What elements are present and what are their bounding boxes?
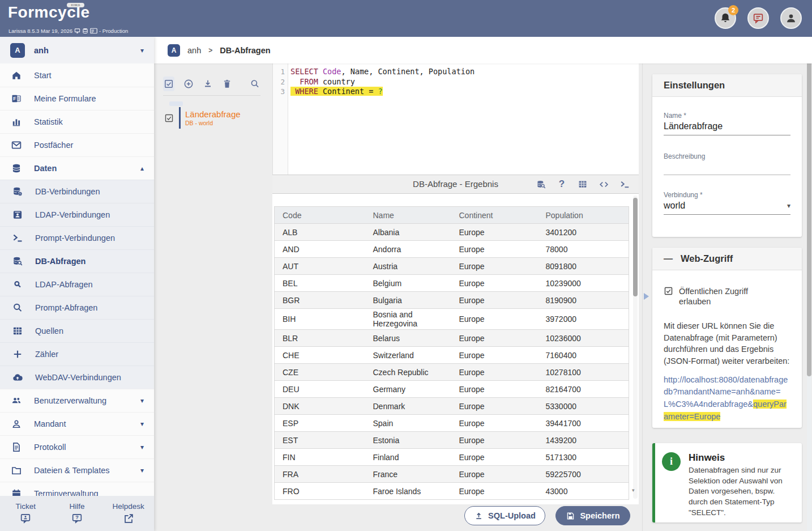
- svg-text:F: F: [13, 96, 16, 101]
- table-cell: Europe: [451, 275, 538, 292]
- search-list-button[interactable]: [249, 77, 260, 91]
- sidebar-item-label: Statistik: [34, 117, 144, 126]
- table-row[interactable]: CHESwitzerlandEurope7160400: [275, 347, 629, 364]
- sidebar-item-db-verbindungen[interactable]: DB-Verbindungen: [0, 180, 154, 203]
- table-row[interactable]: FINFinlandEurope5171300: [275, 449, 629, 466]
- table-cell: Denmark: [365, 398, 451, 415]
- hinweis-title: Hinweis: [689, 452, 794, 464]
- sidebar-item-ldap-abfragen[interactable]: LDAP-Abfragen: [0, 273, 154, 296]
- sidebar-item-ldap-verbindungen[interactable]: LDAP-Verbindungen: [0, 203, 154, 226]
- collapse-section-icon[interactable]: —: [664, 254, 673, 264]
- sql-editor[interactable]: 123 SELECT Code, Name, Continent, Popula…: [272, 63, 639, 175]
- add-query-button[interactable]: [182, 77, 194, 91]
- breadcrumb-page[interactable]: DB-Abfragen: [220, 46, 270, 55]
- console-icon[interactable]: [618, 178, 631, 190]
- hilfe-button[interactable]: Hilfe ?: [52, 496, 103, 531]
- table-row[interactable]: BIHBosnia and HerzegovinaEurope3972000: [275, 309, 629, 330]
- description-field[interactable]: [664, 160, 790, 175]
- help-icon: ?: [71, 512, 83, 525]
- upload-icon: [474, 511, 484, 521]
- table-row[interactable]: DNKDenmarkEurope5330000: [275, 398, 629, 415]
- connection-select[interactable]: world ▾: [664, 199, 790, 215]
- notifications-button[interactable]: 2: [715, 7, 736, 29]
- sidebar-item-benutzerverwaltung[interactable]: Benutzerverwaltung ▾: [0, 389, 154, 412]
- editor-gutter: 123: [273, 63, 288, 175]
- sidebar-item-statistik[interactable]: Statistik: [0, 110, 154, 133]
- feedback-button[interactable]: [747, 7, 769, 29]
- sidebar-item-label: DB-Verbindungen: [35, 187, 144, 196]
- breadcrumb-client[interactable]: anh: [187, 46, 201, 55]
- save-icon: [566, 511, 575, 521]
- table-row[interactable]: ANDAndorraEurope78000: [275, 241, 629, 258]
- download-button[interactable]: [202, 77, 213, 91]
- table-row[interactable]: CZECzech RepublicEurope10278100: [275, 364, 629, 381]
- save-button[interactable]: Speichern: [555, 506, 630, 525]
- sidebar-item-zaehler[interactable]: Zähler: [0, 342, 154, 366]
- help-result-icon[interactable]: ?: [555, 178, 568, 190]
- delete-button[interactable]: [221, 77, 233, 91]
- sidebar-item-webdav-verbindungen[interactable]: WebDAV-Verbindungen: [0, 366, 154, 389]
- table-view-icon[interactable]: [576, 178, 589, 190]
- table-scrollbar-thumb[interactable]: [633, 198, 638, 296]
- client-name: anh: [34, 46, 131, 55]
- table-cell: 8190900: [538, 292, 629, 309]
- table-row[interactable]: BGRBulgariaEurope8190900: [275, 292, 629, 309]
- list-item-checkbox[interactable]: [163, 113, 174, 123]
- sidebar-item-dateien-templates[interactable]: Dateien & Templates ▾: [0, 458, 154, 482]
- sidebar-item-start[interactable]: Start: [0, 63, 154, 87]
- ticket-button[interactable]: Ticket: [0, 496, 52, 531]
- column-header-continent[interactable]: Continent: [451, 207, 538, 224]
- sidebar-item-prompt-verbindungen[interactable]: Prompt-Verbindungen: [0, 226, 154, 249]
- client-selector[interactable]: A anh ▾: [0, 37, 154, 63]
- chevron-down-icon: ▾: [140, 46, 144, 54]
- table-cell: Europe: [451, 466, 538, 483]
- sidebar-item-protokoll[interactable]: Protokoll ▾: [0, 435, 154, 458]
- table-row[interactable]: ESTEstoniaEurope1439200: [275, 432, 629, 449]
- table-row[interactable]: BLRBelarusEurope10236000: [275, 330, 629, 347]
- column-header-name[interactable]: Name: [365, 207, 451, 224]
- query-list-item[interactable]: Länderabfrage DB - world: [163, 107, 263, 129]
- sidebar-item-meine-formulare[interactable]: F Meine Formulare: [0, 87, 154, 110]
- table-cell: ALB: [275, 224, 365, 241]
- table-row[interactable]: DEUGermanyEurope82164700: [275, 381, 629, 398]
- public-access-checkbox-row[interactable]: Öffentlichen Zugriff erlauben: [664, 286, 790, 307]
- table-row[interactable]: FROFaroe IslandsEurope43000: [275, 483, 629, 500]
- column-header-population[interactable]: Population: [538, 207, 629, 224]
- sql-upload-button[interactable]: SQL-Upload: [464, 506, 545, 525]
- helpdesk-button[interactable]: Helpdesk: [102, 496, 154, 531]
- table-row[interactable]: AUTAustriaEurope8091800: [275, 258, 629, 275]
- table-cell: 3401200: [538, 224, 629, 241]
- app-logo[interactable]: Formcycle XIMA: [8, 3, 90, 22]
- run-query-icon[interactable]: [535, 178, 547, 190]
- table-row[interactable]: FRAFranceEurope59225700: [275, 466, 629, 483]
- sidebar-item-postfaecher[interactable]: Postfächer: [0, 133, 154, 156]
- user-menu-button[interactable]: [780, 7, 802, 29]
- table-scroll-down-arrow[interactable]: ▾: [632, 487, 635, 493]
- sidebar-item-db-abfragen[interactable]: DB-Abfragen: [0, 249, 154, 273]
- sidebar-item-terminverwaltung[interactable]: Terminverwaltung: [0, 482, 154, 496]
- sidebar-item-mandant[interactable]: Mandant ▾: [0, 412, 154, 435]
- ticket-label: Ticket: [16, 502, 36, 511]
- calendar-icon: [10, 488, 23, 496]
- line-number: 1: [273, 67, 285, 77]
- table-row[interactable]: ESPSpainEurope39441700: [275, 415, 629, 432]
- table-row[interactable]: ALBAlbaniaEurope3401200: [275, 224, 629, 241]
- formcycle-app: Formcycle XIMA Larissa 8.5.3 Mar 19, 202…: [0, 0, 812, 531]
- sidebar-item-label: Prompt-Verbindungen: [35, 233, 144, 243]
- column-header-code[interactable]: Code: [275, 207, 365, 224]
- result-panel-header: DB-Abfrage - Ergebnis ?: [272, 175, 639, 194]
- name-field[interactable]: Länderabfrage: [664, 120, 790, 135]
- select-all-button[interactable]: [163, 77, 174, 91]
- collapse-panel-arrow[interactable]: [644, 293, 649, 300]
- table-row[interactable]: BELBelgiumEurope10239000: [275, 275, 629, 292]
- table-cell: 59225700: [538, 466, 629, 483]
- sidebar-item-quellen[interactable]: Quellen: [0, 319, 154, 342]
- code-view-icon[interactable]: [597, 178, 610, 190]
- checkbox-checked-icon: [664, 286, 673, 296]
- sidebar-item-label: LDAP-Abfragen: [35, 280, 144, 289]
- code-line: FROM country: [290, 77, 639, 87]
- sidebar-item-daten[interactable]: Daten ▴: [0, 156, 154, 180]
- sidebar-item-prompt-abfragen[interactable]: Prompt-Abfragen: [0, 296, 154, 319]
- page-scrollbar-thumb[interactable]: [807, 59, 811, 376]
- web-access-url-link[interactable]: http://localhost:8080/datenabfragedb?man…: [664, 374, 790, 423]
